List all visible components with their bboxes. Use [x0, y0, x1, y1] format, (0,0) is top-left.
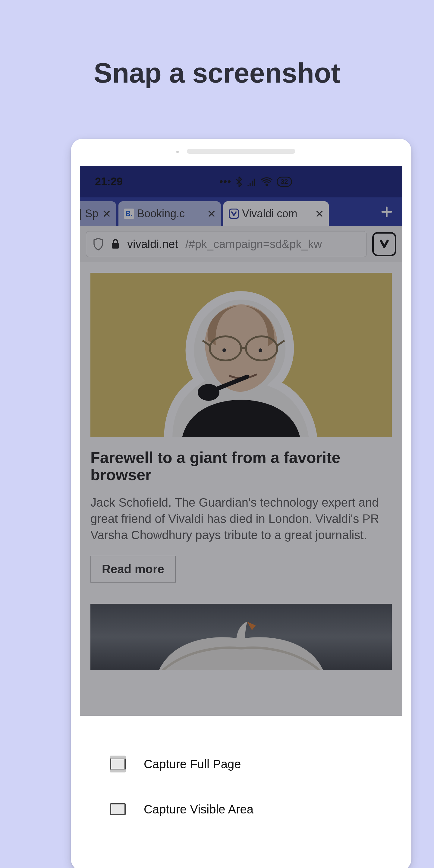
read-more-button[interactable]: Read more	[90, 556, 176, 583]
article-hero-image	[90, 273, 392, 437]
phone-frame: 21:29 ••• 32 | Sp	[71, 138, 411, 868]
device-speaker	[187, 149, 296, 154]
close-icon[interactable]	[103, 210, 111, 218]
status-dots-icon: •••	[219, 176, 231, 187]
url-field[interactable]: vivaldi.net/#pk_campaign=sd&pk_kw	[86, 231, 367, 257]
svg-rect-0	[229, 209, 239, 218]
option-label: Capture Visible Area	[144, 803, 253, 816]
wifi-icon	[261, 177, 273, 186]
tab-active[interactable]: Vivaldi com	[223, 201, 329, 226]
url-host: vivaldi.net	[127, 238, 178, 251]
vivaldi-icon	[378, 238, 391, 251]
dimmed-background: 21:29 ••• 32 | Sp	[80, 166, 402, 737]
svg-point-5	[258, 348, 262, 352]
close-icon[interactable]	[315, 210, 323, 218]
status-indicators: ••• 32	[219, 176, 292, 187]
article-body: Jack Schofield, The Guardian's technolog…	[90, 494, 392, 543]
vivaldi-menu-button[interactable]	[372, 232, 396, 256]
signal-icon	[247, 177, 257, 186]
favicon-icon: B.	[124, 209, 134, 219]
capture-full-page-option[interactable]: Capture Full Page	[110, 741, 372, 786]
page-content: Farewell to a giant from a favorite brow…	[80, 262, 402, 681]
svg-point-4	[222, 348, 226, 352]
screenshot-sheet: Capture Full Page Capture Visible Area	[80, 716, 402, 862]
shield-icon	[93, 238, 104, 250]
tab-1[interactable]: | Sp	[80, 201, 116, 226]
swan-illustration	[133, 604, 350, 670]
tab-2[interactable]: B. Booking.c	[119, 201, 221, 226]
status-time: 21:29	[95, 176, 123, 188]
bluetooth-icon	[236, 176, 242, 187]
tab-label: | Sp	[80, 207, 100, 220]
tab-strip: | Sp B. Booking.c Vivaldi com	[80, 197, 402, 226]
svg-rect-1	[112, 243, 119, 249]
option-label: Capture Full Page	[144, 757, 241, 771]
tab-label: Booking.c	[137, 207, 205, 220]
portrait-illustration	[133, 274, 350, 437]
url-path: /#pk_campaign=sd&pk_kw	[185, 238, 322, 251]
page-title: Snap a screenshot	[0, 0, 434, 89]
statusbar: 21:29 ••• 32	[80, 166, 402, 197]
lock-icon	[111, 239, 120, 250]
phone-screen: 21:29 ••• 32 | Sp	[80, 166, 402, 862]
visible-area-icon	[110, 803, 126, 815]
battery-indicator: 32	[277, 177, 292, 187]
tab-label: Vivaldi com	[242, 207, 313, 220]
article-image-2	[90, 604, 392, 670]
full-page-icon	[110, 758, 126, 770]
vivaldi-favicon-icon	[229, 209, 239, 219]
capture-visible-area-option[interactable]: Capture Visible Area	[110, 786, 372, 832]
article-title: Farewell to a giant from a favorite brow…	[90, 449, 392, 484]
device-camera-dot	[176, 151, 179, 153]
address-bar: vivaldi.net/#pk_campaign=sd&pk_kw	[80, 226, 402, 262]
close-icon[interactable]	[208, 210, 216, 218]
new-tab-button[interactable]	[380, 205, 393, 218]
